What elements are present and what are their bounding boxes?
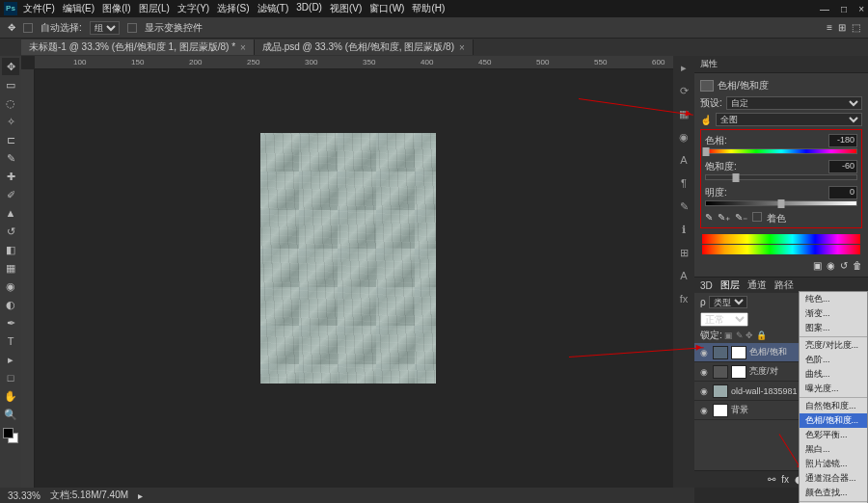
menu-item[interactable]: 渐变... <box>800 306 867 321</box>
blur-tool[interactable]: ◉ <box>2 278 19 295</box>
tab-channels[interactable]: 通道 <box>747 278 767 292</box>
menu-item[interactable]: 图案... <box>800 321 867 335</box>
para-icon[interactable]: ¶ <box>676 175 692 191</box>
eraser-tool[interactable]: ◧ <box>2 241 19 258</box>
menu-item[interactable]: 曝光度... <box>800 382 867 396</box>
filter-select[interactable]: 类型 <box>709 296 747 308</box>
eyedropper-tool[interactable]: ✎ <box>2 149 19 167</box>
nav-icon[interactable]: ⊞ <box>676 245 692 260</box>
hue-slider[interactable] <box>705 148 857 154</box>
menu-item[interactable]: 颜色查找... <box>800 486 867 500</box>
play-icon[interactable]: ▸ <box>676 60 692 75</box>
menu-item[interactable]: 色彩平衡... <box>800 428 867 442</box>
move-tool[interactable]: ✥ <box>2 58 19 75</box>
path-tool[interactable]: ▸ <box>2 351 19 368</box>
maximize-icon[interactable]: □ <box>841 4 847 14</box>
zoom-tool[interactable]: 🔍 <box>2 406 19 423</box>
info-icon[interactable]: ℹ <box>676 222 692 237</box>
menu-3d[interactable]: 3D(D) <box>296 2 322 15</box>
tab-layers[interactable]: 图层 <box>720 278 740 292</box>
menu-type[interactable]: 文字(Y) <box>177 2 209 15</box>
pen-tool[interactable]: ✒ <box>2 314 19 331</box>
marquee-tool[interactable]: ▭ <box>2 76 19 93</box>
brush-icon[interactable]: ✎ <box>676 199 692 214</box>
type-tool[interactable]: T <box>2 332 19 350</box>
menu-item[interactable]: 通道混合器... <box>800 471 867 486</box>
tab-1[interactable]: 未标题-1 @ 33.3% (色相/饱和度 1, 图层蒙版/8) *× <box>21 40 255 55</box>
sat-slider[interactable] <box>705 174 857 180</box>
reset-icon[interactable]: ↺ <box>840 260 848 271</box>
menu-layer[interactable]: 图层(L) <box>139 2 170 15</box>
eye-icon[interactable]: ◉ <box>698 386 710 396</box>
history-tool[interactable]: ↺ <box>2 223 19 240</box>
sat-value[interactable]: -60 <box>828 160 857 173</box>
clip-icon[interactable]: ▣ <box>813 260 822 271</box>
tab-3d[interactable]: 3D <box>700 280 713 291</box>
zoom-level[interactable]: 33.33% <box>8 490 41 501</box>
blend-select[interactable]: 正常 <box>700 312 748 327</box>
lig-value[interactable]: 0 <box>828 186 857 199</box>
eyedrop-plus-icon[interactable]: ✎₊ <box>718 212 730 225</box>
brush-tool[interactable]: ✐ <box>2 186 19 203</box>
link-icon[interactable]: ⚯ <box>768 474 775 485</box>
eyedrop-icon[interactable]: ✎ <box>705 212 713 225</box>
wand-tool[interactable]: ✧ <box>2 113 19 130</box>
properties-tab[interactable]: 属性 <box>694 56 868 73</box>
tab-close-icon[interactable]: × <box>459 42 465 53</box>
dodge-tool[interactable]: ◐ <box>2 296 19 313</box>
3dmode-icon[interactable]: ⬚ <box>852 22 860 33</box>
tab-paths[interactable]: 路径 <box>774 278 794 292</box>
styles-icon[interactable]: fx <box>676 291 692 306</box>
tab-close-icon[interactable]: × <box>240 42 246 53</box>
menu-item[interactable]: 照片滤镜... <box>800 457 867 471</box>
hue-value[interactable]: -180 <box>828 134 857 147</box>
align-icon2[interactable]: ⊞ <box>838 22 846 33</box>
hand-range-icon[interactable]: ☝ <box>700 115 712 125</box>
eye-icon[interactable]: ◉ <box>698 406 710 415</box>
preset-select[interactable]: 自定 <box>726 96 862 110</box>
menu-filter[interactable]: 滤镜(T) <box>258 2 289 15</box>
menu-item[interactable]: 纯色... <box>800 292 867 306</box>
minimize-icon[interactable]: — <box>820 4 829 14</box>
transform-checkbox[interactable] <box>127 23 137 33</box>
menu-item[interactable]: 曲线... <box>800 367 867 382</box>
menu-item[interactable]: 亮度/对比度... <box>800 338 867 353</box>
close-icon[interactable]: × <box>858 4 864 14</box>
stamp-tool[interactable]: ▲ <box>2 204 19 222</box>
crop-tool[interactable]: ⊏ <box>2 131 19 148</box>
menu-select[interactable]: 选择(S) <box>217 2 249 15</box>
lig-slider[interactable] <box>705 200 857 206</box>
menu-item[interactable]: 黑白... <box>800 442 867 457</box>
hand-tool[interactable]: ✋ <box>2 387 19 405</box>
char-icon[interactable]: A <box>676 152 692 168</box>
view-icon[interactable]: ◉ <box>827 260 835 271</box>
autoselect-checkbox[interactable] <box>23 23 33 33</box>
heal-tool[interactable]: ✚ <box>2 168 19 185</box>
type2-icon[interactable]: A <box>676 268 692 283</box>
menu-view[interactable]: 视图(V) <box>330 2 362 15</box>
eyedrop-minus-icon[interactable]: ✎₋ <box>735 212 747 225</box>
tab-2[interactable]: 成品.psd @ 33.3% (色相/饱和度, 图层蒙版/8)× <box>255 40 474 55</box>
fx-icon[interactable]: fx <box>781 474 789 485</box>
history-icon[interactable]: ⟳ <box>676 83 692 98</box>
color-icon[interactable]: ◉ <box>676 129 692 145</box>
align-icon[interactable]: ≡ <box>827 22 832 33</box>
menu-file[interactable]: 文件(F) <box>23 2 55 15</box>
menu-image[interactable]: 图像(I) <box>102 2 130 15</box>
menu-edit[interactable]: 编辑(E) <box>63 2 95 15</box>
eye-icon[interactable]: ◉ <box>698 367 710 377</box>
shape-tool[interactable]: □ <box>2 369 19 386</box>
menu-item[interactable]: 色相/饱和度... <box>800 413 867 428</box>
document-canvas[interactable] <box>260 133 436 384</box>
gradient-tool[interactable]: ▦ <box>2 259 19 277</box>
colorize-checkbox[interactable] <box>752 212 762 222</box>
menu-window[interactable]: 窗口(W) <box>369 2 404 15</box>
range-select[interactable]: 全图 <box>716 113 862 126</box>
menu-help[interactable]: 帮助(H) <box>412 2 445 15</box>
trash-icon[interactable]: 🗑 <box>853 260 862 271</box>
menu-item[interactable]: 色阶... <box>800 353 867 367</box>
autoselect-target[interactable]: 组 <box>90 21 120 35</box>
menu-item[interactable]: 自然饱和度... <box>800 399 867 413</box>
lasso-tool[interactable]: ◌ <box>2 94 19 112</box>
color-swatches[interactable] <box>3 428 18 443</box>
